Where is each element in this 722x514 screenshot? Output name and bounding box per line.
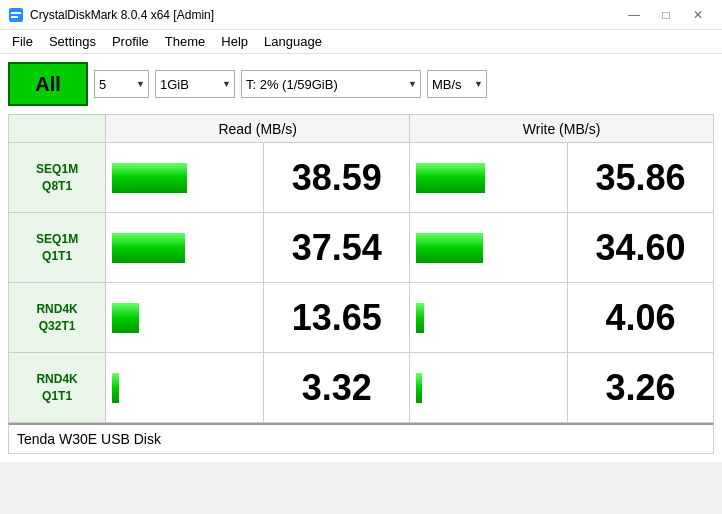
table-row: SEQ1MQ1T137.5434.60 (9, 213, 714, 283)
loops-select[interactable]: 5 1 3 9 (94, 70, 149, 98)
write-bar-container (416, 373, 531, 403)
window-title: CrystalDiskMark 8.0.4 x64 [Admin] (30, 8, 214, 22)
read-bar-fill (112, 163, 187, 193)
write-bar-fill (416, 303, 424, 333)
size-wrapper: 1GiB 16MiB 32MiB 64MiB 128MiB 256MiB 512… (155, 70, 235, 98)
footer: Tenda W30E USB Disk (8, 423, 714, 454)
read-value: 3.32 (264, 353, 410, 423)
write-bar-container (416, 303, 531, 333)
menu-bar: File Settings Profile Theme Help Languag… (0, 30, 722, 54)
read-bar-container (112, 373, 227, 403)
write-value: 4.06 (568, 283, 714, 353)
write-bar-cell (410, 213, 568, 283)
read-bar-cell (106, 353, 264, 423)
read-bar-cell (106, 283, 264, 353)
title-bar: CrystalDiskMark 8.0.4 x64 [Admin] — □ ✕ (0, 0, 722, 30)
window-controls: — □ ✕ (618, 5, 714, 25)
read-bar-container (112, 303, 227, 333)
read-bar-fill (112, 303, 138, 333)
toolbar: All 5 1 3 9 1GiB 16MiB 32MiB 64MiB 128Mi… (8, 62, 714, 106)
write-bar-container (416, 163, 531, 193)
header-write: Write (MB/s) (410, 115, 714, 143)
results-table: Read (MB/s) Write (MB/s) SEQ1MQ8T138.593… (8, 114, 714, 423)
row-label: RND4KQ32T1 (9, 283, 106, 353)
read-bar-cell (106, 213, 264, 283)
drive-wrapper: T: 2% (1/59GiB) (241, 70, 421, 98)
write-bar-fill (416, 163, 485, 193)
write-bar-fill (416, 373, 422, 403)
menu-help[interactable]: Help (213, 32, 256, 51)
header-empty (9, 115, 106, 143)
svg-rect-1 (11, 12, 21, 14)
read-bar-fill (112, 233, 184, 263)
menu-file[interactable]: File (4, 32, 41, 51)
drive-select[interactable]: T: 2% (1/59GiB) (241, 70, 421, 98)
table-row: RND4KQ1T13.323.26 (9, 353, 714, 423)
main-content: All 5 1 3 9 1GiB 16MiB 32MiB 64MiB 128Mi… (0, 54, 722, 462)
unit-select[interactable]: MB/s GB/s IOPS μs (427, 70, 487, 98)
svg-rect-2 (11, 16, 18, 18)
read-value: 38.59 (264, 143, 410, 213)
all-button[interactable]: All (8, 62, 88, 106)
write-bar-cell (410, 143, 568, 213)
read-value: 13.65 (264, 283, 410, 353)
row-label: SEQ1MQ1T1 (9, 213, 106, 283)
menu-profile[interactable]: Profile (104, 32, 157, 51)
svg-rect-0 (9, 8, 23, 22)
write-value: 34.60 (568, 213, 714, 283)
maximize-button[interactable]: □ (650, 5, 682, 25)
row-label: RND4KQ1T1 (9, 353, 106, 423)
read-bar-cell (106, 143, 264, 213)
table-row: RND4KQ32T113.654.06 (9, 283, 714, 353)
size-select[interactable]: 1GiB 16MiB 32MiB 64MiB 128MiB 256MiB 512… (155, 70, 235, 98)
menu-theme[interactable]: Theme (157, 32, 213, 51)
write-bar-cell (410, 283, 568, 353)
read-bar-container (112, 163, 227, 193)
read-value: 37.54 (264, 213, 410, 283)
menu-language[interactable]: Language (256, 32, 330, 51)
write-value: 3.26 (568, 353, 714, 423)
header-read: Read (MB/s) (106, 115, 410, 143)
row-label: SEQ1MQ8T1 (9, 143, 106, 213)
app-icon (8, 7, 24, 23)
close-button[interactable]: ✕ (682, 5, 714, 25)
read-bar-container (112, 233, 227, 263)
unit-wrapper: MB/s GB/s IOPS μs (427, 70, 487, 98)
menu-settings[interactable]: Settings (41, 32, 104, 51)
minimize-button[interactable]: — (618, 5, 650, 25)
write-bar-container (416, 233, 531, 263)
device-name: Tenda W30E USB Disk (17, 431, 161, 447)
write-bar-cell (410, 353, 568, 423)
write-value: 35.86 (568, 143, 714, 213)
write-bar-fill (416, 233, 483, 263)
loops-wrapper: 5 1 3 9 (94, 70, 149, 98)
table-row: SEQ1MQ8T138.5935.86 (9, 143, 714, 213)
read-bar-fill (112, 373, 119, 403)
